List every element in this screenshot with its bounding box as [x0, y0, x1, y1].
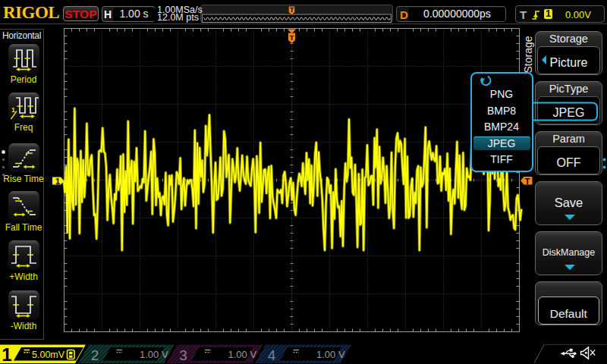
svg-text:1: 1	[11, 106, 15, 114]
svg-text:2: 2	[91, 347, 99, 363]
svg-text:5.00mV: 5.00mV	[32, 350, 65, 360]
svg-text:1.00 V: 1.00 V	[140, 349, 168, 360]
svg-text:1: 1	[55, 177, 60, 186]
svg-text:4: 4	[268, 347, 276, 363]
svg-text:T: T	[290, 34, 294, 42]
svg-text:1.00 V: 1.00 V	[316, 349, 345, 360]
svg-text:T: T	[525, 177, 530, 186]
svg-text:1: 1	[2, 344, 11, 364]
svg-text:3: 3	[179, 347, 187, 363]
svg-text:1.00 V: 1.00 V	[228, 349, 257, 360]
svg-text:T: T	[290, 6, 294, 14]
